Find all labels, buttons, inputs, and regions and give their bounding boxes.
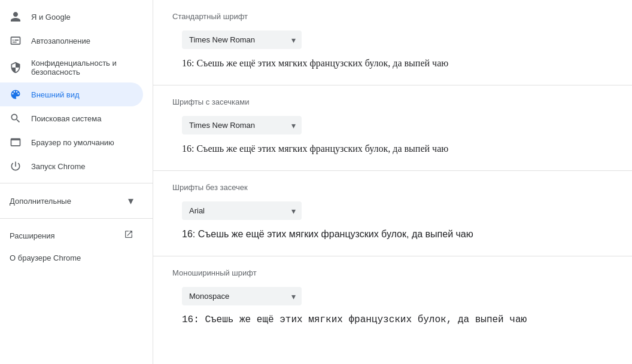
sidebar: Я и Google Автозаполнение Конфиденциальн… [0, 0, 153, 364]
serif-font-title: Шрифты с засечками [172, 97, 613, 106]
standard-font-select-container: Times New Roman [182, 30, 302, 49]
serif-font-select-wrapper: Times New Roman [182, 116, 613, 134]
sans-serif-font-title: Шрифты без засечек [172, 183, 613, 192]
monospace-font-select-container: Monospace [182, 287, 302, 305]
monospace-font-preview: 16: Съешь же ещё этих мягких французских… [182, 313, 613, 327]
monospace-font-section: Моноширинный шрифт Monospace 16: Съешь ж… [153, 256, 632, 341]
browser-icon [10, 136, 22, 148]
search-icon [10, 112, 22, 124]
sidebar-item-search[interactable]: Поисковая система [0, 106, 143, 130]
monospace-font-select-wrapper: Monospace [182, 287, 613, 305]
person-icon [10, 11, 22, 23]
sidebar-item-startup[interactable]: Запуск Chrome [0, 154, 143, 178]
sans-serif-font-preview: 16: Съешь же ещё этих мягких французских… [182, 227, 613, 241]
serif-font-select[interactable]: Times New Roman [182, 116, 302, 134]
external-link-icon [124, 230, 133, 241]
sans-serif-font-section: Шрифты без засечек Arial 16: Съешь же ещ… [153, 171, 632, 256]
monospace-font-select[interactable]: Monospace [182, 287, 302, 305]
serif-font-select-container: Times New Roman [182, 116, 302, 134]
advanced-label: Дополнительные [10, 197, 71, 206]
standard-font-preview: 16: Съешь же ещё этих мягких французских… [182, 56, 613, 71]
autofill-icon [10, 35, 22, 47]
shield-icon [10, 62, 22, 74]
power-icon [10, 160, 22, 172]
palette-icon [10, 88, 22, 100]
serif-font-preview: 16: Съешь же ещё этих мягких французских… [182, 142, 613, 156]
about-label: О браузере Chrome [10, 253, 81, 262]
standard-font-title: Стандартный шрифт [172, 12, 613, 21]
sidebar-item-appearance[interactable]: Внешний вид [0, 82, 143, 106]
standard-font-section: Стандартный шрифт Times New Roman 16: Съ… [153, 0, 632, 85]
sidebar-item-autofill[interactable]: Автозаполнение [0, 29, 143, 53]
sidebar-about[interactable]: О браузере Chrome [0, 247, 143, 268]
sidebar-extensions[interactable]: Расширения [0, 224, 143, 247]
sidebar-advanced[interactable]: Дополнительные ▾ [0, 188, 143, 213]
sans-serif-font-select[interactable]: Arial [182, 201, 302, 220]
sans-serif-font-select-container: Arial [182, 201, 302, 220]
sidebar-item-label: Поисковая система [31, 114, 102, 123]
standard-font-select[interactable]: Times New Roman [182, 30, 302, 49]
sidebar-item-privacy[interactable]: Конфиденциальность и безопасность [0, 53, 143, 82]
main-content: Стандартный шрифт Times New Roman 16: Съ… [153, 0, 632, 364]
sidebar-divider [0, 183, 153, 183]
sidebar-item-label: Запуск Chrome [31, 162, 86, 171]
serif-font-section: Шрифты с засечками Times New Roman 16: С… [153, 85, 632, 171]
monospace-font-title: Моноширинный шрифт [172, 268, 613, 277]
sidebar-item-label: Браузер по умолчанию [31, 138, 114, 147]
sans-serif-font-select-wrapper: Arial [182, 201, 613, 220]
sidebar-item-label: Внешний вид [31, 90, 80, 99]
chevron-down-icon: ▾ [128, 194, 133, 207]
sidebar-divider2 [0, 218, 153, 219]
sidebar-item-browser[interactable]: Браузер по умолчанию [0, 130, 143, 154]
standard-font-select-wrapper: Times New Roman [182, 30, 613, 49]
sidebar-item-ya-google[interactable]: Я и Google [0, 5, 143, 29]
sidebar-item-label: Я и Google [31, 13, 71, 22]
extensions-label: Расширения [10, 231, 55, 240]
sidebar-item-label: Конфиденциальность и безопасность [31, 59, 133, 77]
sidebar-item-label: Автозаполнение [31, 36, 90, 45]
